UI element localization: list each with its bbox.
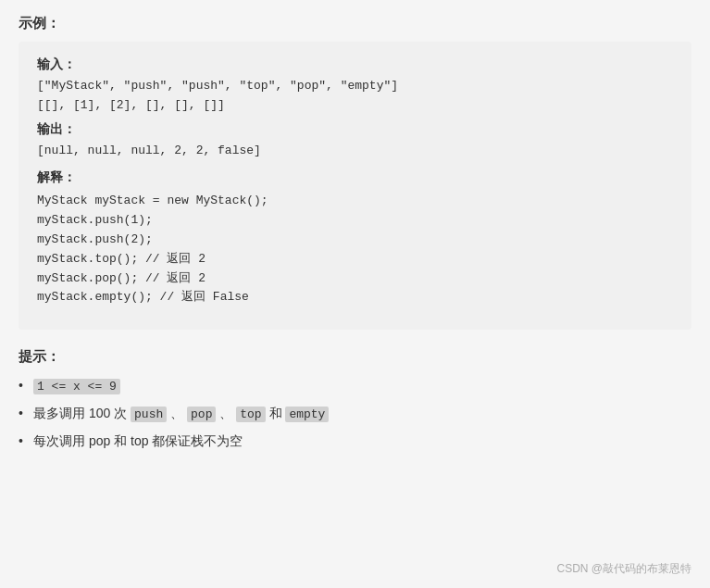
- example-section-title: 示例：: [19, 15, 691, 32]
- input-section: 输入： ["MyStack", "push", "push", "top", "…: [37, 56, 673, 116]
- watermark: CSDN @敲代码的布莱恩特: [556, 561, 691, 577]
- example-box: 输入： ["MyStack", "push", "push", "top", "…: [19, 42, 691, 330]
- exp-line-5: myStack.empty(); // 返回 False: [37, 288, 673, 307]
- exp-line-1: myStack.push(1);: [37, 211, 673, 231]
- exp-line-4: myStack.pop(); // 返回 2: [37, 269, 673, 289]
- explanation-lines: MyStack myStack = new MyStack(); myStack…: [37, 192, 673, 307]
- tip-item-2: 每次调用 pop 和 top 都保证栈不为空: [19, 431, 691, 451]
- exp-line-3: myStack.top(); // 返回 2: [37, 250, 673, 269]
- output-section: 输出： [null, null, null, 2, 2, false]: [37, 121, 673, 161]
- page-container: 示例： 输入： ["MyStack", "push", "push", "top…: [0, 0, 710, 588]
- tip-1-midplain: 和: [266, 406, 286, 420]
- explanation-label: 解释：: [37, 169, 673, 186]
- output-line: [null, null, null, 2, 2, false]: [37, 142, 673, 161]
- tips-list: 1 <= x <= 9 最多调用 100 次 push 、 pop 、 top …: [19, 375, 691, 451]
- tip-1-hl3: top: [236, 407, 265, 422]
- output-label: 输出：: [37, 121, 673, 138]
- tip-1-before: 最多调用 100 次: [33, 406, 131, 420]
- tips-section: 提示： 1 <= x <= 9 最多调用 100 次 push 、 pop 、 …: [19, 348, 691, 451]
- tip-item-1: 最多调用 100 次 push 、 pop 、 top 和 empty: [19, 403, 691, 425]
- tips-title: 提示：: [19, 348, 691, 366]
- tip-1-hl1: push: [131, 407, 167, 422]
- input-line1: ["MyStack", "push", "push", "top", "pop"…: [37, 77, 673, 96]
- tip-1-hl2: pop: [187, 407, 216, 422]
- input-label: 输入：: [37, 56, 673, 73]
- tip-1-mid2: 、: [216, 406, 236, 420]
- tip-2-text: 每次调用 pop 和 top 都保证栈不为空: [33, 433, 243, 448]
- exp-line-2: myStack.push(2);: [37, 231, 673, 250]
- tip-1-mid1: 、: [167, 406, 187, 420]
- tip-item-0: 1 <= x <= 9: [19, 375, 691, 397]
- exp-line-0: MyStack myStack = new MyStack();: [37, 192, 673, 211]
- tip-1-hl4: empty: [285, 407, 329, 422]
- explanation-block: 解释： MyStack myStack = new MyStack(); myS…: [37, 169, 673, 307]
- tip-0-highlight: 1 <= x <= 9: [33, 379, 120, 394]
- input-line2: [[], [1], [2], [], [], []]: [37, 96, 673, 116]
